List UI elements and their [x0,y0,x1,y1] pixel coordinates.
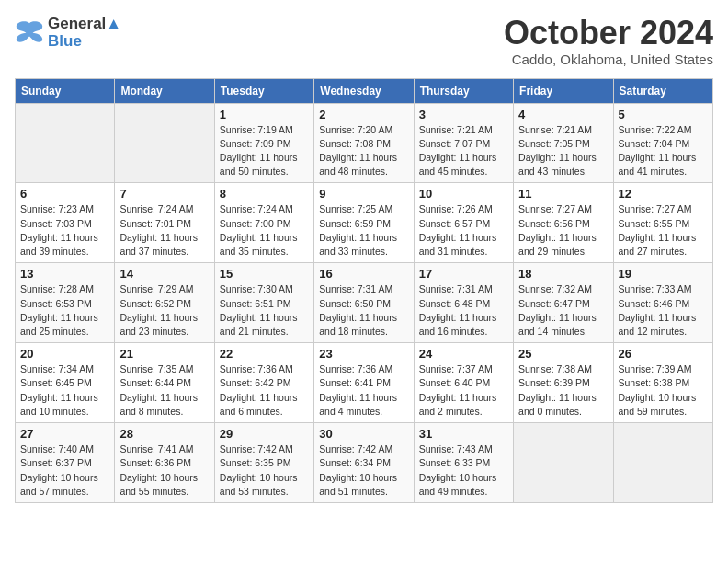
sunrise-text: Sunrise: 7:28 AM [20,282,109,296]
daylight-text: Daylight: 11 hours and 12 minutes. [619,311,708,339]
logo-text: General▲ Blue [48,15,121,49]
sunset-text: Sunset: 6:47 PM [518,297,608,311]
day-info: Sunrise: 7:32 AMSunset: 6:47 PMDaylight:… [518,282,608,339]
day-info: Sunrise: 7:35 AMSunset: 6:44 PMDaylight:… [119,362,209,419]
calendar-cell [115,103,214,183]
daylight-text: Daylight: 11 hours and 2 minutes. [419,391,508,419]
sunset-text: Sunset: 6:44 PM [119,376,209,390]
calendar-cell: 27Sunrise: 7:40 AMSunset: 6:37 PMDayligh… [16,423,115,503]
calendar-cell: 31Sunrise: 7:43 AMSunset: 6:33 PMDayligh… [414,423,513,503]
title-block: October 2024 Caddo, Oklahoma, United Sta… [504,15,713,67]
day-info: Sunrise: 7:20 AMSunset: 7:08 PMDaylight:… [319,123,408,179]
sunrise-text: Sunrise: 7:43 AM [419,442,508,456]
day-number: 18 [518,267,608,281]
day-info: Sunrise: 7:38 AMSunset: 6:39 PMDaylight:… [518,362,608,419]
day-number: 24 [419,347,508,361]
sunrise-text: Sunrise: 7:36 AM [319,362,408,376]
location: Caddo, Oklahoma, United States [504,52,713,67]
sunrise-text: Sunrise: 7:26 AM [419,202,508,216]
sunset-text: Sunset: 6:51 PM [220,297,309,311]
day-info: Sunrise: 7:22 AMSunset: 7:04 PMDaylight:… [619,123,708,179]
daylight-text: Daylight: 11 hours and 4 minutes. [319,391,408,419]
sunset-text: Sunset: 6:59 PM [319,217,408,231]
sunrise-text: Sunrise: 7:21 AM [518,123,608,137]
sunrise-text: Sunrise: 7:24 AM [220,202,309,216]
daylight-text: Daylight: 11 hours and 31 minutes. [419,231,508,259]
day-info: Sunrise: 7:42 AMSunset: 6:35 PMDaylight:… [220,442,309,499]
daylight-text: Daylight: 11 hours and 14 minutes. [518,311,608,339]
month-title: October 2024 [504,15,713,52]
weekday-header-thursday: Thursday [414,78,513,103]
day-number: 17 [419,267,508,281]
calendar-cell: 29Sunrise: 7:42 AMSunset: 6:35 PMDayligh… [214,423,313,503]
calendar-cell: 25Sunrise: 7:38 AMSunset: 6:39 PMDayligh… [514,343,613,423]
calendar-cell: 30Sunrise: 7:42 AMSunset: 6:34 PMDayligh… [314,423,414,503]
day-number: 7 [119,187,209,201]
sunset-text: Sunset: 7:09 PM [220,137,309,151]
sunrise-text: Sunrise: 7:37 AM [419,362,508,376]
daylight-text: Daylight: 11 hours and 35 minutes. [220,231,309,259]
day-number: 4 [518,108,608,121]
day-number: 26 [619,347,708,361]
day-number: 25 [518,347,608,361]
calendar-cell: 28Sunrise: 7:41 AMSunset: 6:36 PMDayligh… [115,423,214,503]
sunrise-text: Sunrise: 7:31 AM [319,282,408,296]
calendar-cell: 15Sunrise: 7:30 AMSunset: 6:51 PMDayligh… [214,263,313,343]
day-info: Sunrise: 7:31 AMSunset: 6:50 PMDaylight:… [319,282,408,339]
sunset-text: Sunset: 7:08 PM [319,137,408,151]
calendar-cell: 22Sunrise: 7:36 AMSunset: 6:42 PMDayligh… [214,343,313,423]
day-number: 15 [220,267,309,281]
daylight-text: Daylight: 11 hours and 18 minutes. [319,311,408,339]
day-number: 9 [319,187,408,201]
sunset-text: Sunset: 7:05 PM [518,137,608,151]
sunrise-text: Sunrise: 7:40 AM [20,442,109,456]
daylight-text: Daylight: 11 hours and 6 minutes. [220,391,309,419]
sunset-text: Sunset: 7:07 PM [419,137,508,151]
weekday-header-wednesday: Wednesday [314,78,414,103]
daylight-text: Daylight: 11 hours and 37 minutes. [119,231,209,259]
calendar-table: SundayMondayTuesdayWednesdayThursdayFrid… [15,78,713,503]
day-number: 11 [518,187,608,201]
calendar-cell: 2Sunrise: 7:20 AMSunset: 7:08 PMDaylight… [314,103,414,183]
logo: General▲ Blue [15,15,121,49]
day-info: Sunrise: 7:36 AMSunset: 6:42 PMDaylight:… [220,362,309,419]
calendar-cell: 4Sunrise: 7:21 AMSunset: 7:05 PMDaylight… [514,103,613,183]
sunrise-text: Sunrise: 7:25 AM [319,202,408,216]
day-info: Sunrise: 7:31 AMSunset: 6:48 PMDaylight:… [419,282,508,339]
day-info: Sunrise: 7:19 AMSunset: 7:09 PMDaylight:… [220,123,309,179]
day-number: 20 [20,347,109,361]
daylight-text: Daylight: 11 hours and 48 minutes. [319,151,408,178]
daylight-text: Daylight: 11 hours and 50 minutes. [220,151,309,178]
calendar-cell: 26Sunrise: 7:39 AMSunset: 6:38 PMDayligh… [613,343,712,423]
sunset-text: Sunset: 6:38 PM [619,376,708,390]
sunrise-text: Sunrise: 7:32 AM [518,282,608,296]
daylight-text: Daylight: 11 hours and 21 minutes. [220,311,309,339]
sunrise-text: Sunrise: 7:38 AM [518,362,608,376]
sunrise-text: Sunrise: 7:19 AM [220,123,309,137]
calendar-cell: 6Sunrise: 7:23 AMSunset: 7:03 PMDaylight… [16,183,115,263]
day-info: Sunrise: 7:26 AMSunset: 6:57 PMDaylight:… [419,202,508,259]
calendar-week-3: 13Sunrise: 7:28 AMSunset: 6:53 PMDayligh… [16,263,713,343]
day-info: Sunrise: 7:37 AMSunset: 6:40 PMDaylight:… [419,362,508,419]
calendar-cell: 1Sunrise: 7:19 AMSunset: 7:09 PMDaylight… [214,103,313,183]
daylight-text: Daylight: 11 hours and 16 minutes. [419,311,508,339]
sunset-text: Sunset: 7:00 PM [220,217,309,231]
day-info: Sunrise: 7:42 AMSunset: 6:34 PMDaylight:… [319,442,408,499]
calendar-cell: 20Sunrise: 7:34 AMSunset: 6:45 PMDayligh… [16,343,115,423]
daylight-text: Daylight: 11 hours and 8 minutes. [119,391,209,419]
calendar-cell: 7Sunrise: 7:24 AMSunset: 7:01 PMDaylight… [115,183,214,263]
calendar-cell: 12Sunrise: 7:27 AMSunset: 6:55 PMDayligh… [613,183,712,263]
day-info: Sunrise: 7:21 AMSunset: 7:05 PMDaylight:… [518,123,608,179]
sunrise-text: Sunrise: 7:34 AM [20,362,109,376]
daylight-text: Daylight: 11 hours and 0 minutes. [518,391,608,419]
sunset-text: Sunset: 6:39 PM [518,376,608,390]
calendar-header-row: SundayMondayTuesdayWednesdayThursdayFrid… [16,78,713,103]
weekday-header-friday: Friday [514,78,613,103]
day-number: 29 [220,427,309,441]
daylight-text: Daylight: 10 hours and 49 minutes. [419,471,508,499]
daylight-text: Daylight: 10 hours and 57 minutes. [20,471,109,499]
daylight-text: Daylight: 10 hours and 55 minutes. [119,471,209,499]
sunrise-text: Sunrise: 7:20 AM [319,123,408,137]
sunrise-text: Sunrise: 7:39 AM [619,362,708,376]
day-info: Sunrise: 7:24 AMSunset: 7:00 PMDaylight:… [220,202,309,259]
